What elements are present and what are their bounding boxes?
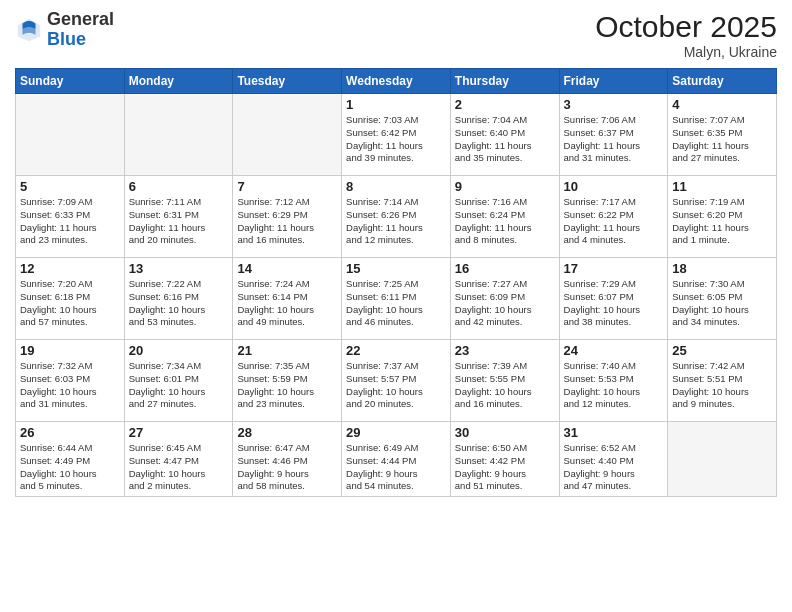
logo-text: General Blue: [47, 10, 114, 50]
day-info: Sunrise: 7:03 AM Sunset: 6:42 PM Dayligh…: [346, 114, 446, 165]
calendar-cell: 18Sunrise: 7:30 AM Sunset: 6:05 PM Dayli…: [668, 258, 777, 340]
calendar-cell: [668, 422, 777, 497]
day-number: 31: [564, 425, 664, 440]
weekday-header: Tuesday: [233, 69, 342, 94]
day-info: Sunrise: 6:44 AM Sunset: 4:49 PM Dayligh…: [20, 442, 120, 493]
day-number: 14: [237, 261, 337, 276]
calendar-cell: 16Sunrise: 7:27 AM Sunset: 6:09 PM Dayli…: [450, 258, 559, 340]
calendar-cell: 25Sunrise: 7:42 AM Sunset: 5:51 PM Dayli…: [668, 340, 777, 422]
calendar-week-row: 5Sunrise: 7:09 AM Sunset: 6:33 PM Daylig…: [16, 176, 777, 258]
day-number: 28: [237, 425, 337, 440]
day-number: 6: [129, 179, 229, 194]
day-info: Sunrise: 7:09 AM Sunset: 6:33 PM Dayligh…: [20, 196, 120, 247]
calendar-cell: 5Sunrise: 7:09 AM Sunset: 6:33 PM Daylig…: [16, 176, 125, 258]
day-info: Sunrise: 7:30 AM Sunset: 6:05 PM Dayligh…: [672, 278, 772, 329]
weekday-header: Thursday: [450, 69, 559, 94]
weekday-header: Friday: [559, 69, 668, 94]
calendar-cell: 4Sunrise: 7:07 AM Sunset: 6:35 PM Daylig…: [668, 94, 777, 176]
day-info: Sunrise: 7:04 AM Sunset: 6:40 PM Dayligh…: [455, 114, 555, 165]
day-number: 13: [129, 261, 229, 276]
weekday-header: Wednesday: [342, 69, 451, 94]
day-info: Sunrise: 6:52 AM Sunset: 4:40 PM Dayligh…: [564, 442, 664, 493]
calendar-cell: 29Sunrise: 6:49 AM Sunset: 4:44 PM Dayli…: [342, 422, 451, 497]
calendar-cell: 9Sunrise: 7:16 AM Sunset: 6:24 PM Daylig…: [450, 176, 559, 258]
logo-blue: Blue: [47, 29, 86, 49]
calendar-cell: 2Sunrise: 7:04 AM Sunset: 6:40 PM Daylig…: [450, 94, 559, 176]
day-info: Sunrise: 7:11 AM Sunset: 6:31 PM Dayligh…: [129, 196, 229, 247]
weekday-header: Sunday: [16, 69, 125, 94]
calendar-cell: 21Sunrise: 7:35 AM Sunset: 5:59 PM Dayli…: [233, 340, 342, 422]
calendar-cell: 1Sunrise: 7:03 AM Sunset: 6:42 PM Daylig…: [342, 94, 451, 176]
day-info: Sunrise: 7:40 AM Sunset: 5:53 PM Dayligh…: [564, 360, 664, 411]
day-number: 18: [672, 261, 772, 276]
calendar-cell: 28Sunrise: 6:47 AM Sunset: 4:46 PM Dayli…: [233, 422, 342, 497]
day-number: 11: [672, 179, 772, 194]
day-info: Sunrise: 7:14 AM Sunset: 6:26 PM Dayligh…: [346, 196, 446, 247]
day-number: 20: [129, 343, 229, 358]
calendar-cell: 31Sunrise: 6:52 AM Sunset: 4:40 PM Dayli…: [559, 422, 668, 497]
day-info: Sunrise: 6:50 AM Sunset: 4:42 PM Dayligh…: [455, 442, 555, 493]
day-number: 1: [346, 97, 446, 112]
day-number: 10: [564, 179, 664, 194]
calendar-cell: 11Sunrise: 7:19 AM Sunset: 6:20 PM Dayli…: [668, 176, 777, 258]
day-number: 29: [346, 425, 446, 440]
calendar-week-row: 12Sunrise: 7:20 AM Sunset: 6:18 PM Dayli…: [16, 258, 777, 340]
logo: General Blue: [15, 10, 114, 50]
day-info: Sunrise: 7:16 AM Sunset: 6:24 PM Dayligh…: [455, 196, 555, 247]
calendar-cell: 7Sunrise: 7:12 AM Sunset: 6:29 PM Daylig…: [233, 176, 342, 258]
day-info: Sunrise: 7:07 AM Sunset: 6:35 PM Dayligh…: [672, 114, 772, 165]
day-info: Sunrise: 7:39 AM Sunset: 5:55 PM Dayligh…: [455, 360, 555, 411]
calendar-cell: 30Sunrise: 6:50 AM Sunset: 4:42 PM Dayli…: [450, 422, 559, 497]
day-info: Sunrise: 7:32 AM Sunset: 6:03 PM Dayligh…: [20, 360, 120, 411]
header: General Blue October 2025 Malyn, Ukraine: [15, 10, 777, 60]
calendar-cell: [233, 94, 342, 176]
day-number: 15: [346, 261, 446, 276]
logo-general: General: [47, 9, 114, 29]
calendar-cell: 22Sunrise: 7:37 AM Sunset: 5:57 PM Dayli…: [342, 340, 451, 422]
weekday-header-row: SundayMondayTuesdayWednesdayThursdayFrid…: [16, 69, 777, 94]
calendar-cell: 17Sunrise: 7:29 AM Sunset: 6:07 PM Dayli…: [559, 258, 668, 340]
day-info: Sunrise: 7:35 AM Sunset: 5:59 PM Dayligh…: [237, 360, 337, 411]
day-number: 26: [20, 425, 120, 440]
day-number: 22: [346, 343, 446, 358]
day-number: 23: [455, 343, 555, 358]
day-info: Sunrise: 7:25 AM Sunset: 6:11 PM Dayligh…: [346, 278, 446, 329]
day-number: 19: [20, 343, 120, 358]
day-number: 2: [455, 97, 555, 112]
day-number: 16: [455, 261, 555, 276]
day-info: Sunrise: 7:06 AM Sunset: 6:37 PM Dayligh…: [564, 114, 664, 165]
day-info: Sunrise: 6:45 AM Sunset: 4:47 PM Dayligh…: [129, 442, 229, 493]
calendar-cell: 27Sunrise: 6:45 AM Sunset: 4:47 PM Dayli…: [124, 422, 233, 497]
calendar-week-row: 26Sunrise: 6:44 AM Sunset: 4:49 PM Dayli…: [16, 422, 777, 497]
day-info: Sunrise: 7:22 AM Sunset: 6:16 PM Dayligh…: [129, 278, 229, 329]
calendar-cell: 12Sunrise: 7:20 AM Sunset: 6:18 PM Dayli…: [16, 258, 125, 340]
calendar-cell: 8Sunrise: 7:14 AM Sunset: 6:26 PM Daylig…: [342, 176, 451, 258]
day-number: 24: [564, 343, 664, 358]
day-info: Sunrise: 7:12 AM Sunset: 6:29 PM Dayligh…: [237, 196, 337, 247]
calendar-cell: 3Sunrise: 7:06 AM Sunset: 6:37 PM Daylig…: [559, 94, 668, 176]
calendar-cell: 24Sunrise: 7:40 AM Sunset: 5:53 PM Dayli…: [559, 340, 668, 422]
day-info: Sunrise: 7:19 AM Sunset: 6:20 PM Dayligh…: [672, 196, 772, 247]
calendar-cell: [124, 94, 233, 176]
calendar-cell: 13Sunrise: 7:22 AM Sunset: 6:16 PM Dayli…: [124, 258, 233, 340]
calendar-week-row: 19Sunrise: 7:32 AM Sunset: 6:03 PM Dayli…: [16, 340, 777, 422]
calendar-cell: 26Sunrise: 6:44 AM Sunset: 4:49 PM Dayli…: [16, 422, 125, 497]
month-title: October 2025: [595, 10, 777, 44]
calendar-week-row: 1Sunrise: 7:03 AM Sunset: 6:42 PM Daylig…: [16, 94, 777, 176]
calendar-cell: 15Sunrise: 7:25 AM Sunset: 6:11 PM Dayli…: [342, 258, 451, 340]
day-info: Sunrise: 7:42 AM Sunset: 5:51 PM Dayligh…: [672, 360, 772, 411]
day-info: Sunrise: 6:49 AM Sunset: 4:44 PM Dayligh…: [346, 442, 446, 493]
day-info: Sunrise: 7:34 AM Sunset: 6:01 PM Dayligh…: [129, 360, 229, 411]
day-info: Sunrise: 6:47 AM Sunset: 4:46 PM Dayligh…: [237, 442, 337, 493]
day-info: Sunrise: 7:27 AM Sunset: 6:09 PM Dayligh…: [455, 278, 555, 329]
calendar-cell: 20Sunrise: 7:34 AM Sunset: 6:01 PM Dayli…: [124, 340, 233, 422]
day-info: Sunrise: 7:17 AM Sunset: 6:22 PM Dayligh…: [564, 196, 664, 247]
calendar-cell: 23Sunrise: 7:39 AM Sunset: 5:55 PM Dayli…: [450, 340, 559, 422]
weekday-header: Saturday: [668, 69, 777, 94]
day-number: 3: [564, 97, 664, 112]
day-number: 27: [129, 425, 229, 440]
weekday-header: Monday: [124, 69, 233, 94]
calendar-cell: 19Sunrise: 7:32 AM Sunset: 6:03 PM Dayli…: [16, 340, 125, 422]
location: Malyn, Ukraine: [595, 44, 777, 60]
day-info: Sunrise: 7:37 AM Sunset: 5:57 PM Dayligh…: [346, 360, 446, 411]
